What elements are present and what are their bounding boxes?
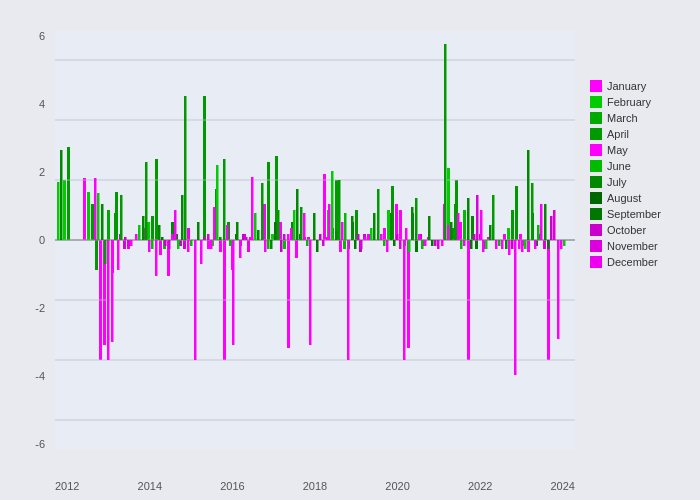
legend-item-august: August (590, 192, 695, 204)
legend-label-october: October (607, 224, 646, 236)
svg-rect-120 (107, 240, 110, 360)
svg-rect-200 (367, 234, 370, 240)
y-label-4: 4 (5, 98, 50, 110)
svg-rect-231 (467, 198, 470, 240)
svg-rect-259 (557, 240, 560, 339)
svg-rect-250 (527, 150, 530, 240)
svg-rect-177 (293, 210, 296, 240)
legend-color-april (590, 128, 602, 140)
svg-rect-128 (135, 234, 138, 240)
svg-rect-218 (424, 240, 427, 246)
svg-rect-236 (482, 240, 485, 252)
legend-color-september (590, 208, 602, 220)
svg-rect-217 (421, 240, 424, 249)
svg-rect-144 (187, 240, 190, 252)
svg-rect-123 (117, 240, 120, 270)
legend-label-june: June (607, 160, 631, 172)
svg-rect-160 (239, 240, 242, 258)
svg-rect-257 (550, 216, 553, 240)
svg-rect-191 (338, 180, 341, 240)
svg-rect-251 (531, 183, 534, 240)
svg-rect-254 (540, 204, 543, 240)
svg-rect-213 (408, 240, 411, 252)
svg-rect-118 (101, 204, 104, 240)
legend-color-january (590, 80, 602, 92)
legend-item-december: December (590, 256, 695, 268)
legend-label-january: January (607, 80, 646, 92)
svg-rect-186 (322, 240, 325, 246)
svg-rect-243 (505, 240, 508, 249)
svg-rect-184 (316, 240, 319, 252)
svg-rect-169 (267, 240, 270, 249)
svg-rect-140 (174, 210, 177, 240)
svg-rect-214 (411, 207, 414, 240)
x-axis-labels: 2012 2014 2016 2018 2020 2022 2024 (55, 480, 575, 492)
svg-rect-249 (524, 240, 527, 249)
svg-rect-230 (463, 240, 466, 246)
legend-label-november: November (607, 240, 658, 252)
legend-item-november: November (590, 240, 695, 252)
legend-item-january: January (590, 80, 695, 92)
svg-rect-146 (194, 240, 197, 360)
svg-rect-196 (354, 240, 357, 249)
svg-rect-248 (521, 240, 524, 252)
svg-rect-178 (296, 189, 299, 240)
main-container: 6 4 2 0 -2 -4 -6 (0, 0, 700, 500)
svg-rect-138 (168, 240, 171, 249)
svg-rect-147 (197, 222, 200, 240)
legend-item-september: September (590, 208, 695, 220)
svg-rect-117 (97, 193, 100, 240)
svg-rect-182 (309, 240, 312, 345)
svg-rect-216 (418, 234, 421, 240)
svg-rect-171 (274, 222, 277, 240)
y-label-neg2: -2 (5, 302, 50, 314)
svg-rect-221 (434, 240, 437, 246)
x-label-2018: 2018 (303, 480, 327, 492)
svg-rect-129 (138, 225, 141, 240)
svg-rect-207 (390, 213, 393, 240)
legend-item-july: July (590, 176, 695, 188)
svg-rect-141 (177, 240, 180, 249)
legend-item-april: April (590, 128, 695, 140)
legend-item-may: May (590, 144, 695, 156)
svg-rect-150 (207, 234, 210, 240)
svg-rect-193 (344, 213, 347, 240)
svg-rect-188 (328, 204, 331, 240)
legend-color-november (590, 240, 602, 252)
svg-rect-227 (454, 204, 457, 240)
svg-rect-156 (226, 225, 229, 240)
svg-rect-183 (313, 213, 316, 240)
x-label-2022: 2022 (468, 480, 492, 492)
svg-rect-172 (277, 210, 280, 240)
svg-rect-238 (489, 225, 492, 240)
svg-rect-122 (114, 213, 117, 240)
svg-rect-170 (270, 240, 273, 249)
svg-rect-237 (485, 240, 488, 249)
svg-rect-166 (257, 230, 260, 240)
svg-rect-239 (492, 195, 495, 240)
svg-rect-149 (203, 237, 206, 240)
svg-rect-116 (94, 178, 97, 240)
legend-color-december (590, 256, 602, 268)
svg-rect-195 (351, 216, 354, 240)
svg-rect-253 (537, 225, 540, 240)
svg-rect-124 (120, 195, 123, 240)
svg-rect-241 (498, 240, 501, 246)
svg-rect-203 (377, 189, 380, 240)
svg-rect-175 (287, 234, 290, 240)
legend-color-july (590, 176, 602, 188)
svg-rect-252 (534, 240, 537, 249)
svg-rect-143 (184, 96, 187, 240)
svg-rect-198 (360, 240, 363, 249)
bars-svg (55, 30, 575, 450)
legend-label-april: April (607, 128, 629, 140)
y-label-2: 2 (5, 166, 50, 178)
svg-rect-215 (415, 198, 418, 240)
legend-item-february: February (590, 96, 695, 108)
svg-rect-154 (219, 237, 222, 240)
legend-item-march: March (590, 112, 695, 124)
y-label-0: 0 (5, 234, 50, 246)
svg-rect-180 (303, 213, 306, 240)
svg-rect-135 (158, 225, 161, 240)
svg-rect-228 (457, 213, 460, 240)
